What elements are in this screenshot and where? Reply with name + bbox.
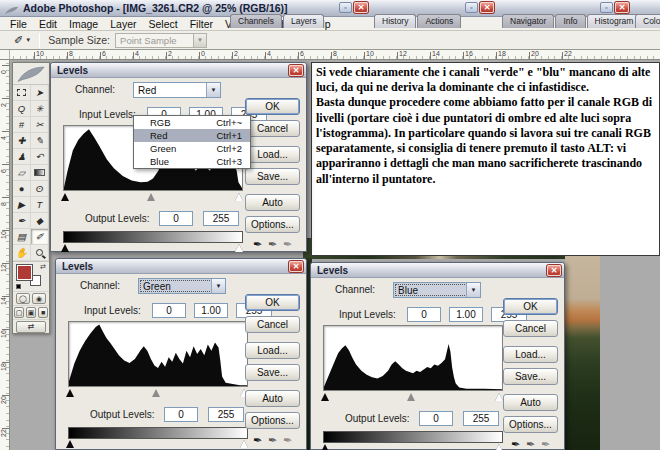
gray-point-eyedropper-icon[interactable]: ✒ (525, 437, 536, 450)
magic-wand-tool-icon[interactable]: ✳ (31, 101, 49, 117)
close-icon[interactable]: ✕ (547, 265, 561, 276)
load-button[interactable]: Load... (503, 346, 558, 363)
palette-tab[interactable]: Info (555, 14, 585, 28)
black-point-eyedropper-icon[interactable]: ✒ (252, 237, 263, 251)
swap-colors-icon[interactable]: ⇄ (40, 263, 46, 271)
custom-shape-tool-icon[interactable]: ◆ (31, 213, 49, 229)
dodge-tool-icon[interactable]: ʘ (31, 181, 49, 197)
save-button[interactable]: Save... (245, 168, 300, 185)
menu-item[interactable]: Image (63, 18, 104, 30)
channel-menu-item[interactable]: RedCtrl+1 (134, 129, 250, 142)
slice-tool-icon[interactable]: ✂ (31, 117, 49, 133)
palette-close-icon[interactable]: ✕ (480, 2, 494, 13)
output-shadow-field[interactable] (419, 411, 453, 426)
rectangular-marquee-tool-icon[interactable] (13, 85, 31, 101)
shadow-slider[interactable] (61, 193, 69, 201)
menu-item[interactable]: Edit (33, 18, 63, 30)
close-icon[interactable]: ✕ (289, 261, 303, 272)
palette-tab[interactable]: Color (635, 14, 660, 28)
history-brush-tool-icon[interactable]: ↶ (31, 149, 49, 165)
lasso-tool-icon[interactable]: Q (13, 101, 31, 117)
load-button[interactable]: Load... (245, 342, 300, 359)
default-colors-icon[interactable] (16, 284, 21, 289)
white-point-eyedropper-icon[interactable]: ✒ (541, 437, 552, 450)
foreground-color-swatch[interactable] (17, 265, 32, 280)
eyedropper-tool-icon[interactable]: ✐ (31, 229, 49, 245)
output-shadow-slider[interactable] (321, 444, 329, 450)
input-shadow-field[interactable] (407, 307, 441, 322)
gray-point-eyedropper-icon[interactable]: ✒ (267, 433, 278, 447)
channel-select[interactable]: Blue ▼ (393, 282, 481, 298)
black-point-eyedropper-icon[interactable]: ✒ (510, 437, 521, 450)
channel-select[interactable]: Red ▼ (133, 82, 221, 98)
auto-button[interactable]: Auto (503, 394, 558, 411)
gradient-tool-icon[interactable] (31, 165, 49, 181)
standard-screen-icon[interactable]: ▢ (14, 307, 24, 318)
output-highlight-slider[interactable] (495, 444, 503, 450)
palette-minimize-icon[interactable]: ▫ (465, 2, 478, 13)
zoom-tool-icon[interactable] (31, 245, 49, 261)
midtone-slider[interactable] (152, 389, 160, 397)
save-button[interactable]: Save... (245, 364, 300, 381)
horizontal-ruler[interactable]: 1086420246810121416182022 (0, 50, 660, 60)
cancel-button[interactable]: Cancel (245, 316, 300, 333)
close-icon[interactable]: ✕ (289, 65, 303, 76)
fullscreen-menubar-icon[interactable]: ▣ (26, 307, 36, 318)
menu-item[interactable]: Filter (184, 18, 219, 30)
chevron-down-icon[interactable]: ▼ (211, 279, 225, 293)
input-shadow-field[interactable] (152, 303, 186, 318)
eraser-tool-icon[interactable]: ▱ (13, 165, 31, 181)
quick-mask-mode-icon[interactable]: ◉ (32, 293, 46, 304)
output-highlight-field[interactable] (463, 411, 499, 426)
type-tool-icon[interactable]: T (31, 197, 49, 213)
chevron-down-icon[interactable]: ▼ (206, 83, 220, 97)
output-shadow-field[interactable] (159, 211, 193, 226)
clone-stamp-tool-icon[interactable]: ♟ (13, 149, 31, 165)
palette-tab[interactable]: History (374, 14, 416, 28)
menu-item[interactable]: File (4, 18, 33, 30)
output-shadow-field[interactable] (164, 407, 198, 422)
palette-tab[interactable]: Channels (230, 14, 282, 28)
menu-item[interactable]: Layer (104, 18, 142, 30)
dialog-titlebar[interactable]: Levels ✕ (56, 259, 306, 274)
save-button[interactable]: Save... (503, 368, 558, 385)
brush-tool-icon[interactable]: ✎ (31, 133, 49, 149)
load-button[interactable]: Load... (245, 146, 300, 163)
output-shadow-slider[interactable] (66, 440, 74, 448)
channel-menu-item[interactable]: BlueCtrl+3 (134, 155, 250, 168)
palette-tab[interactable]: Navigator (502, 14, 554, 28)
midtone-slider[interactable] (147, 193, 155, 201)
blur-tool-icon[interactable]: ● (13, 181, 31, 197)
cancel-button[interactable]: Cancel (245, 120, 300, 137)
notes-tool-icon[interactable]: ▤ (13, 229, 31, 245)
chevron-down-icon[interactable]: ▼ (466, 283, 480, 297)
cancel-button[interactable]: Cancel (503, 320, 558, 337)
highlight-slider[interactable] (235, 193, 243, 201)
fullscreen-icon[interactable]: ■ (38, 307, 48, 318)
vertical-ruler[interactable]: 0246810121416182022 (0, 50, 10, 450)
output-highlight-field[interactable] (208, 407, 244, 422)
palette-close-icon[interactable]: ✕ (354, 2, 368, 13)
auto-button[interactable]: Auto (245, 390, 300, 407)
ok-button[interactable]: OK (245, 98, 300, 115)
channel-select[interactable]: Green ▼ (138, 278, 226, 294)
palette-minimize-icon[interactable]: ▫ (339, 2, 352, 13)
standard-mode-icon[interactable]: ◯ (16, 293, 30, 304)
ok-button[interactable]: OK (503, 298, 558, 315)
channel-menu-item[interactable]: GreenCtrl+2 (134, 142, 250, 155)
palette-close-icon[interactable]: ✕ (615, 2, 629, 13)
output-highlight-slider[interactable] (240, 440, 248, 448)
output-highlight-field[interactable] (203, 211, 239, 226)
ok-button[interactable]: OK (245, 294, 300, 311)
options-button[interactable]: Options... (245, 216, 300, 233)
palette-tab[interactable]: Layers (283, 14, 325, 28)
dialog-titlebar[interactable]: Levels ✕ (51, 63, 306, 78)
dialog-titlebar[interactable]: Levels ✕ (311, 263, 564, 278)
midtone-slider[interactable] (407, 393, 415, 401)
chevron-down-icon[interactable]: ▼ (25, 37, 31, 43)
options-button[interactable]: Options... (503, 416, 558, 433)
palette-tab[interactable]: Actions (417, 14, 461, 28)
palette-minimize-icon[interactable]: ▫ (600, 2, 613, 13)
highlight-slider[interactable] (495, 393, 503, 401)
hand-tool-icon[interactable]: ✋ (13, 245, 31, 261)
